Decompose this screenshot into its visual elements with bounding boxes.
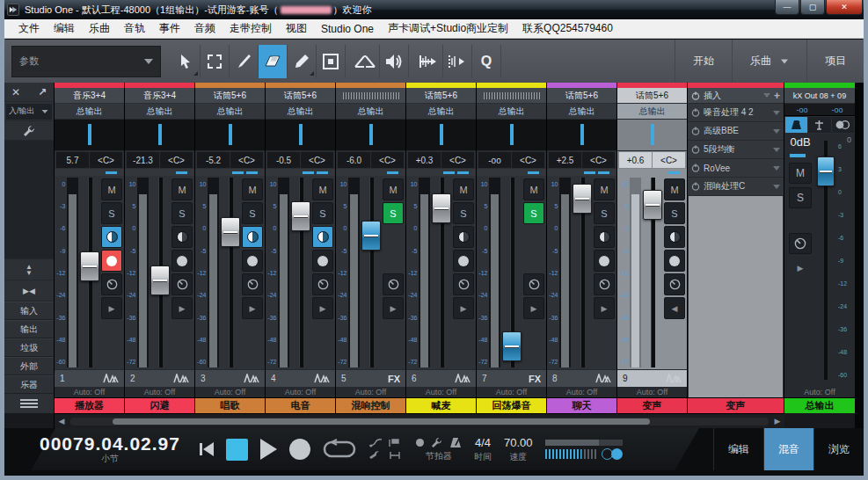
record-arm-button[interactable] [594,250,615,272]
pan-value[interactable]: <C> [230,152,263,168]
pan-control[interactable] [336,120,405,151]
browse-view-button[interactable]: 浏览 [813,428,864,470]
automation-mode[interactable]: Auto: Off [195,387,265,397]
insert-slot[interactable]: 高级BBE [688,122,784,141]
menu-item[interactable]: 文件 [11,21,47,36]
expand-channel-button[interactable]: ▶ [242,297,263,319]
input-gain-knob[interactable] [171,273,193,295]
fader-handle[interactable] [80,251,99,281]
fader-track[interactable] [79,176,99,369]
fader-track[interactable] [290,176,310,369]
insert-slot[interactable]: 5段均衡 [688,141,784,159]
fader-handle[interactable] [361,221,381,251]
metronome-icon[interactable] [449,437,462,448]
pan-control[interactable] [55,120,124,151]
record-arm-button[interactable] [101,250,122,272]
expand-channel-button[interactable]: ▶ [594,297,615,319]
channel-strip[interactable]: 总输出 -6.0 <C> 1050-5-12-24-36-48-72 MS▶ 5… [336,83,406,413]
input-gain-knob[interactable] [664,273,685,295]
master-fader-handle[interactable] [817,156,835,186]
menu-item[interactable]: 走带控制 [222,21,279,36]
monitor-button[interactable] [594,226,615,248]
insert-panel-channel-label[interactable]: 变声 [688,397,784,413]
scrollbar-thumb[interactable] [113,418,650,425]
channel-label[interactable]: 回荡爆音 [477,397,546,413]
chevron-down-icon[interactable] [773,129,780,134]
meter-toggle[interactable] [602,448,623,460]
pan-value[interactable]: <C> [582,152,615,168]
channel-output-route[interactable]: 总输出 [406,104,476,120]
mix-view-button[interactable]: 混音 [763,428,813,470]
pan-control[interactable] [266,120,335,151]
input-gain-knob[interactable] [594,273,615,295]
mute-button[interactable]: M [383,178,404,200]
insert-slot[interactable]: RoVee [688,159,784,178]
pan-control[interactable] [617,120,687,151]
volume-value[interactable]: -5.2 [197,152,230,168]
master-knob-button[interactable] [789,233,812,254]
wrench-small-icon[interactable] [368,451,383,460]
mute-tool-button[interactable] [317,45,346,78]
input-gain-knob[interactable] [242,273,263,295]
menu-item[interactable]: Studio One [314,23,381,35]
fader-handle[interactable] [291,201,310,231]
chevron-down-icon[interactable] [773,148,780,152]
channel-name[interactable]: 话筒5+6 [266,88,335,104]
menu-item[interactable]: 声卡调试+Studio商业定制 [381,21,515,36]
fader-track[interactable] [220,176,240,369]
fader-track[interactable] [150,176,170,369]
channel-strip[interactable]: 话筒5+6 总输出 -0.5 <C> 1050-5-12-24-36-48-72… [266,83,336,413]
volume-value[interactable]: +0.6 [619,152,652,168]
mute-button[interactable]: M [594,178,615,200]
automation-mode[interactable]: Auto: Off [617,387,687,397]
master-automation-mode[interactable]: Auto: Off [784,387,855,397]
mute-button[interactable]: M [664,178,685,200]
channel-setup-button[interactable] [4,121,54,141]
record-arm-button[interactable] [453,250,474,272]
channel-label[interactable]: 聊天 [547,397,616,413]
solo-button[interactable]: S [171,202,193,224]
fader-track[interactable] [642,176,662,369]
sidebar-item-external[interactable]: 外部 [4,357,54,375]
channel-name[interactable]: 话筒5+6 [617,88,687,104]
channel-output-route[interactable]: 总输出 [195,104,265,120]
monitor-button[interactable] [242,226,263,248]
channel-name[interactable] [477,88,546,104]
expand-channel-button[interactable]: ▶ [453,297,474,319]
master-gain-value[interactable]: 0dB [790,135,810,149]
master-solo-button[interactable]: S [789,187,812,208]
pan-control[interactable] [406,120,476,151]
channel-output-route[interactable]: 总输出 [336,104,405,120]
channel-output-route[interactable]: 总输出 [617,104,687,120]
mute-button[interactable]: M [312,178,333,200]
scrollbar-track[interactable] [70,418,769,425]
mute-button[interactable]: M [453,178,474,200]
menu-item[interactable]: 编辑 [47,21,82,36]
pan-control[interactable] [547,120,616,151]
channel-name[interactable]: 话筒5+6 [547,88,616,104]
insert-panel-header[interactable]: 插入 + [688,88,784,104]
fader-track[interactable] [501,176,522,369]
range-tool-button[interactable] [201,45,230,78]
paint-tool-button[interactable] [288,45,317,78]
menu-item[interactable]: 视图 [279,21,314,36]
channel-label[interactable]: 喊麦 [406,397,476,413]
input-gain-knob[interactable] [523,273,544,295]
expand-channel-button[interactable]: ▶ [383,297,404,319]
channel-output-route[interactable]: 总输出 [547,104,616,120]
metronome-setup-icon[interactable] [431,437,442,448]
volume-value[interactable]: -6.0 [338,152,370,168]
loop-range-icon[interactable] [388,451,402,460]
tempo-curve-icon[interactable] [368,439,383,447]
pan-value[interactable]: <C> [512,152,544,168]
solo-button[interactable]: S [664,202,685,224]
solo-button[interactable]: S [383,202,404,224]
banks-menu-button[interactable] [4,394,54,413]
strip-silence-tool-button[interactable] [443,45,472,78]
fader-track[interactable] [572,176,592,369]
play-button[interactable] [260,439,277,460]
channel-strip[interactable]: 音乐3+4 总输出 5.7 <C> 0-3-6-9-12-24-36-48-60… [55,83,125,413]
menu-item[interactable]: 乐曲 [82,21,117,36]
channel-output-route[interactable]: 总输出 [266,104,335,120]
return-to-start-button[interactable] [200,442,214,456]
